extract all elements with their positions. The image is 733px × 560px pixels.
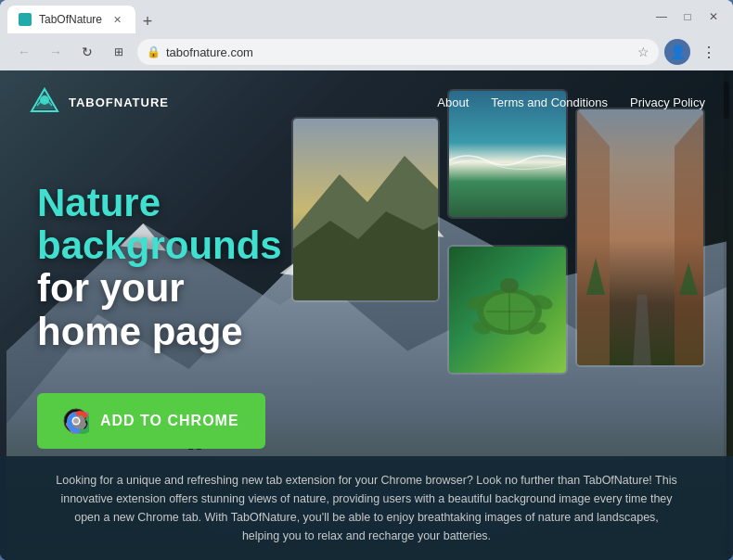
svg-marker-24	[675, 109, 705, 367]
hero-title-line2: backgrounds	[37, 224, 282, 267]
tab-favicon	[19, 13, 32, 26]
hero-section: TABOFNATURE About Terms and Conditions P…	[0, 70, 733, 560]
maximize-button[interactable]: □	[675, 5, 700, 29]
active-tab[interactable]: TabOfNature ✕	[7, 6, 135, 33]
nav-terms[interactable]: Terms and Conditions	[491, 95, 608, 109]
description-text: Looking for a unique and refreshing new …	[56, 471, 677, 545]
hero-text: Nature backgrounds for your home page	[37, 182, 282, 353]
minimize-button[interactable]: —	[649, 5, 674, 29]
refresh-button[interactable]: ↻	[74, 39, 100, 65]
hero-title-line3: for your	[37, 267, 282, 310]
nav-privacy[interactable]: Privacy Policy	[630, 95, 705, 109]
lock-icon: 🔒	[147, 45, 161, 58]
home-button[interactable]: ⊞	[106, 39, 132, 65]
photo-tile-turtle	[447, 245, 568, 375]
new-tab-button[interactable]: +	[135, 9, 160, 33]
address-text: tabofnature.com	[166, 45, 632, 59]
hero-title-line4: home page	[37, 311, 282, 353]
tab-bar: TabOfNature ✕ +	[7, 0, 644, 33]
hero-title-line1: Nature	[37, 182, 282, 224]
window-controls: — □ ✕	[649, 5, 726, 29]
profile-button[interactable]: 👤	[664, 39, 690, 65]
photo-tile-mountain	[291, 117, 440, 302]
logo: TABOFNATURE	[28, 85, 169, 119]
logo-text: TABOFNATURE	[69, 95, 169, 109]
svg-point-15	[500, 278, 519, 293]
tab-close-button[interactable]: ✕	[109, 12, 124, 27]
logo-icon	[28, 85, 61, 119]
tab-title: TabOfNature	[39, 13, 102, 26]
bookmark-icon[interactable]: ☆	[637, 45, 649, 59]
site-nav: About Terms and Conditions Privacy Polic…	[437, 95, 705, 109]
close-window-button[interactable]: ✕	[701, 5, 726, 29]
nav-about[interactable]: About	[437, 95, 469, 109]
photo-tile-canyon	[575, 108, 705, 367]
back-button[interactable]: ←	[11, 39, 37, 65]
site-navbar: TABOFNATURE About Terms and Conditions P…	[0, 70, 733, 134]
address-bar-row: ← → ↻ ⊞ 🔒 tabofnature.com ☆ 👤 ⋮	[0, 33, 733, 70]
profile-icon: 👤	[670, 45, 686, 59]
forward-button[interactable]: →	[43, 39, 69, 65]
page-content: TABOFNATURE About Terms and Conditions P…	[0, 70, 733, 560]
chrome-icon	[63, 408, 89, 434]
title-bar: TabOfNature ✕ + — □ ✕	[0, 0, 733, 33]
svg-marker-23	[577, 109, 610, 367]
address-box[interactable]: 🔒 tabofnature.com ☆	[137, 39, 659, 65]
add-to-chrome-button[interactable]: ADD TO CHROME	[37, 393, 265, 449]
browser-menu-button[interactable]: ⋮	[696, 39, 722, 65]
svg-point-38	[73, 418, 79, 424]
browser-frame: TabOfNature ✕ + — □ ✕ ← → ↻ ⊞ 🔒 tabofnat…	[0, 0, 733, 560]
description-bar: Looking for a unique and refreshing new …	[0, 456, 733, 560]
cta-label: ADD TO CHROME	[100, 413, 239, 429]
